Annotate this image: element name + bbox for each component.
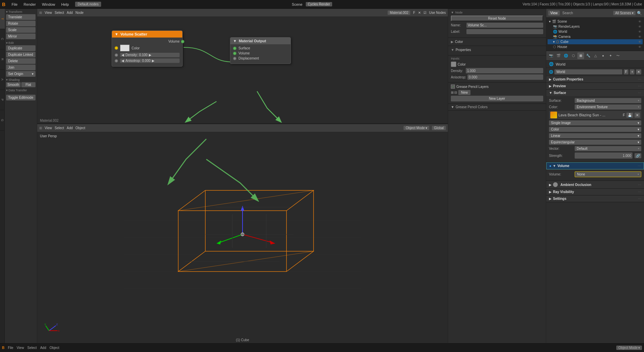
np-density-slider[interactable]: 1.000	[466, 68, 543, 73]
tab-grease[interactable]: G	[0, 110, 5, 131]
ne-view-menu[interactable]: View	[45, 11, 52, 15]
duplicate-linked-btn[interactable]: Duplicate Linked	[6, 52, 36, 57]
strength-slider[interactable]: 1.000	[575, 152, 632, 159]
set-origin-btn[interactable]: Set Origin ▾	[6, 71, 36, 77]
np-properties-header[interactable]: ▼ Properties	[451, 48, 543, 52]
prop-icon-render[interactable]: 📷	[548, 52, 554, 59]
house-item[interactable]: ⬡ House 👁	[548, 44, 643, 49]
select-menu-vp[interactable]: Select	[55, 126, 64, 130]
help-menu[interactable]: Help	[59, 2, 72, 7]
object-menu-vp[interactable]: Object	[75, 126, 85, 130]
tab-animation[interactable]: A	[0, 70, 5, 90]
add-menu-vp[interactable]: Add	[67, 126, 73, 130]
use-nodes-check[interactable]: ☑	[423, 11, 427, 15]
duplicate-btn[interactable]: Duplicate	[6, 45, 36, 51]
prop-icon-particles[interactable]: ✦	[607, 52, 614, 59]
np-new-btn[interactable]: New	[458, 90, 470, 95]
ambient-occlusion-header[interactable]: ▶ Ambient Occlusion ⋯	[546, 181, 644, 188]
global-selector[interactable]: Global	[432, 126, 446, 130]
render-menu[interactable]: Render	[21, 2, 39, 7]
prop-icon-data[interactable]: △	[592, 52, 599, 59]
rotate-btn[interactable]: Rotate	[6, 21, 36, 26]
strength-link-btn[interactable]: 🔗	[635, 153, 641, 158]
toggle-editmode-btn[interactable]: Toggle Editmode	[6, 95, 36, 100]
bottom-select-menu[interactable]: Select	[27, 346, 37, 350]
prop-icon-object[interactable]: ⬡	[570, 52, 577, 59]
np-anisotrop-slider[interactable]: 0.000	[467, 74, 543, 80]
np-name-input[interactable]	[466, 23, 543, 28]
mirror-btn[interactable]: Mirror	[6, 33, 36, 39]
bottom-mode-selector[interactable]: Object Mode ▾	[616, 346, 642, 350]
preview-header[interactable]: ▶ Preview ⋯	[546, 83, 644, 89]
ne-select-menu[interactable]: Select	[55, 11, 64, 15]
world-item[interactable]: 🌐 World 👁	[548, 29, 643, 34]
linear-dropdown[interactable]: Linear ▾	[549, 133, 641, 138]
prop-icon-material[interactable]: ●	[600, 52, 606, 59]
settings-header[interactable]: ▶ Settings ⋯	[546, 195, 644, 202]
ray-visibility-header[interactable]: ▶ Ray Visibility ⋯	[546, 189, 644, 195]
translate-btn[interactable]: Translate	[6, 14, 36, 20]
lava-save-btn[interactable]: 💾	[626, 113, 633, 118]
join-btn[interactable]: Join	[6, 65, 36, 70]
volume-none-dropdown[interactable]: None ▾	[575, 171, 641, 177]
np-label-input[interactable]	[466, 29, 543, 34]
surface-dropdown[interactable]: Background ▾	[575, 98, 641, 103]
smooth-btn[interactable]: Smooth	[6, 82, 21, 87]
outliner-tab-view[interactable]: View	[548, 10, 560, 16]
np-color-header[interactable]: ▶ Color	[451, 40, 543, 44]
renderlayers-item[interactable]: 📷 RenderLayers 👁	[548, 24, 643, 29]
np-color-input-swatch[interactable]	[451, 62, 456, 67]
np-new-layer-btn[interactable]: New Layer	[451, 96, 543, 101]
equirect-dropdown[interactable]: Equirectangular ▾	[549, 140, 641, 145]
world-close-btn[interactable]: ✕	[636, 69, 641, 74]
view-menu-vp[interactable]: View	[45, 126, 52, 130]
surface-header[interactable]: ▼ Surface ⋯	[546, 90, 644, 96]
prop-icon-modifiers[interactable]: 🔧	[585, 52, 592, 59]
color-dropdown[interactable]: Environment Texture ▾	[575, 104, 641, 110]
reset-node-btn[interactable]: Reset Node	[451, 16, 543, 21]
search-icon[interactable]: 🔍	[637, 11, 642, 16]
color-swatch[interactable]	[120, 45, 130, 51]
world-f-btn[interactable]: F	[624, 69, 628, 74]
prop-icon-physics[interactable]: 〜	[615, 52, 621, 59]
np-grease-colors-header[interactable]: ▼ Grease Pencil Colors	[451, 105, 543, 109]
bottom-view-menu[interactable]: View	[17, 346, 24, 350]
world-add-btn[interactable]: +	[630, 69, 635, 74]
world-name-input[interactable]	[554, 69, 622, 74]
tab-tools[interactable]: T	[0, 9, 5, 29]
np-grease-checkbox[interactable]: ✓	[451, 85, 455, 89]
engine-selector[interactable]: Cycles Render	[306, 2, 332, 6]
tab-relations[interactable]: R	[0, 49, 5, 70]
custom-props-header[interactable]: ▶ Custom Properties ⋯	[546, 76, 644, 83]
np-layer-icon-1[interactable]: ⊞	[451, 91, 454, 94]
mode-selector[interactable]: Object Mode▾	[404, 126, 429, 130]
flat-btn[interactable]: Flat	[21, 82, 36, 87]
scene-root-item[interactable]: ▾ 🎬 Scene 👁	[548, 19, 643, 24]
np-layer-icon-2[interactable]: ⊟	[454, 91, 457, 94]
tab-physics[interactable]: P	[0, 90, 5, 110]
prop-icon-scene[interactable]: 🎬	[555, 52, 562, 59]
bottom-add-menu[interactable]: Add	[40, 346, 46, 350]
prop-icon-constraints[interactable]: ⊞	[577, 52, 584, 59]
tab-create[interactable]: C	[0, 29, 5, 49]
anisotrop-field[interactable]: ◀ Anisotrop: 0.000 ▶	[120, 58, 180, 63]
file-menu[interactable]: File	[9, 2, 20, 7]
color-channel-dropdown[interactable]: Color ▾	[549, 127, 641, 132]
prop-icon-world[interactable]: 🌐	[562, 52, 569, 59]
ne-add-menu[interactable]: Add	[67, 11, 73, 15]
vector-dropdown[interactable]: Default ▾	[575, 146, 641, 151]
delete-btn[interactable]: Delete	[6, 58, 36, 64]
lava-close-btn[interactable]: ✕	[635, 113, 640, 118]
scene-dropdown[interactable]: All Scenes▾	[613, 11, 636, 15]
window-menu[interactable]: Window	[39, 2, 58, 7]
bottom-file-menu[interactable]: File	[8, 346, 13, 350]
outliner-tab-search[interactable]: Search	[560, 10, 575, 16]
scale-btn[interactable]: Scale	[6, 27, 36, 33]
f-btn[interactable]: F	[413, 11, 415, 15]
x-btn[interactable]: ✕	[418, 11, 421, 15]
material-selector[interactable]: Material.002	[388, 10, 410, 15]
density-field[interactable]: ◀ Density: 0.100 ▶	[120, 53, 180, 57]
cube-item[interactable]: ▾ ⬡ Cube 👁	[548, 39, 643, 44]
bottom-object-menu[interactable]: Object	[49, 346, 59, 350]
single-image-dropdown[interactable]: Single Image ▾	[549, 120, 641, 125]
